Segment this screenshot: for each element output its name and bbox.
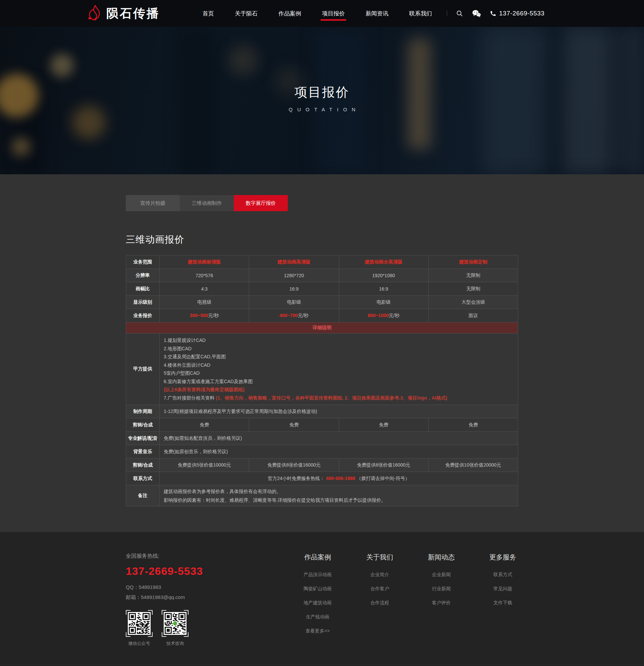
table-cell: 免费 — [249, 418, 339, 432]
page-subtitle: QUOTATION — [284, 107, 360, 112]
list-line-note: (1、销售方向，销售策略，宣传口号，各种平面宣传资料图纸. 2、项目效果图及画面… — [216, 395, 447, 401]
footer-link[interactable]: 合作客户 — [366, 586, 393, 592]
price-unit: 元/秒 — [389, 313, 400, 318]
row-label: 业务报价 — [126, 309, 160, 322]
nav-item[interactable]: 关于陨石 — [234, 6, 258, 21]
table-row: 剪辑/合成免费免费免费免费 — [126, 418, 518, 432]
footer-contact-block: 全国服务热线: 137-2669-5533 QQ：54891983 邮箱：548… — [126, 553, 241, 647]
site-header: 陨石传播 首页关于陨石作品案例项目报价新闻资讯联系我们 — [0, 0, 644, 27]
table-row: 显示级别电视级电影级电影级大型会演级 — [126, 296, 518, 309]
hotline-label: 全国服务热线: — [126, 553, 241, 560]
footer-link[interactable]: 企业简介 — [366, 572, 393, 578]
table-row: 详细说明 — [126, 322, 518, 333]
table-cell: 免费提供10张价值20000元 — [428, 458, 518, 472]
search-icon[interactable] — [456, 10, 463, 17]
table-cell: 4:3 — [160, 282, 249, 296]
section-title: 三维动画报价 — [126, 233, 518, 246]
table-cell: 建筑动画定制 — [428, 256, 518, 269]
list-line: 5室内户型图CAD — [164, 369, 514, 378]
list-line: 2.地形图CAD — [164, 345, 514, 353]
tab-2[interactable]: 三维动画制作 — [180, 195, 234, 211]
nav-item[interactable]: 新闻资讯 — [365, 6, 389, 21]
quote-tabs: 宣传片拍摄三维动画制作数字展厅报价 — [126, 195, 518, 211]
logo-text: 陨石传播 — [106, 5, 160, 22]
footer-column-title: 更多服务 — [489, 553, 516, 562]
row-label: 甲方提供 — [126, 333, 160, 405]
qr-row: 微信公众号技术咨询 — [126, 610, 241, 647]
list-line: 3.交通及周边配置CAD,平面图 — [164, 353, 514, 361]
nav-item[interactable]: 项目报价 — [321, 6, 345, 21]
logo[interactable]: 陨石传播 — [85, 4, 160, 22]
footer-column: 作品案例产品演示动画陶瓷矿山动画地产建筑动画生产线动画查看更多>> — [304, 553, 332, 647]
main-nav: 首页关于陨石作品案例项目报价新闻资讯联系我们 — [202, 6, 433, 21]
footer-link[interactable]: 查看更多>> — [304, 628, 332, 634]
page-title: 项目报价 — [294, 84, 350, 101]
footer-column: 关于我们企业简介合作客户合作流程 — [366, 553, 393, 647]
list-line: 7.广告对接部分相关资料 (1、销售方向，销售策略，宣传口号，各种平面宣传资料图… — [164, 394, 514, 402]
footer-link[interactable]: 联系方式 — [489, 572, 516, 578]
price-value: 600~1000 — [368, 313, 389, 318]
remark-line: 影响报价的因素有：时间长度、难易程序、清晰度等等,详细报价在提交给我方项目资料后… — [164, 496, 514, 505]
footer-link[interactable]: 地产建筑动画 — [304, 600, 332, 606]
remark-line: 建筑动画报价表为参考报价表，具体报价有会有浮动的。 — [164, 487, 514, 496]
qr-tech-support: 技术咨询 — [162, 610, 188, 647]
header-phone-number: 137-2669-5533 — [499, 10, 544, 17]
qr-label: 微信公众号 — [126, 641, 153, 647]
table-cell: 1-12周(根据项目难易程序及甲方要求可选正常周期与加急会涉及价格波动) — [160, 405, 518, 418]
footer-email: 邮箱：54891983@qq.com — [126, 594, 241, 601]
tab-1[interactable]: 宣传片拍摄 — [126, 195, 180, 211]
price-table-wrap: 业务范围建筑动画标清版建筑动画高清版建筑动画全高清版建筑动画定制分辨率720*5… — [126, 255, 518, 532]
row-label: 画幅比 — [126, 282, 160, 296]
footer-link[interactable]: 常见问题 — [489, 586, 516, 592]
footer-link[interactable]: 陶瓷矿山动画 — [304, 586, 332, 592]
footer-inner: 全国服务热线: 137-2669-5533 QQ：54891983 邮箱：548… — [126, 532, 518, 647]
table-cell: 400~700元/秒 — [249, 309, 339, 322]
row-label: 分辨率 — [126, 269, 160, 282]
nav-item[interactable]: 联系我们 — [409, 6, 433, 21]
phone-icon — [490, 10, 496, 17]
footer-link[interactable]: 企业新闻 — [428, 572, 455, 578]
footer-link[interactable]: 行业新闻 — [428, 586, 455, 592]
table-cell: 600~1000元/秒 — [339, 309, 428, 322]
table-cell: 无限制 — [428, 269, 518, 282]
row-label: 联系方式 — [126, 472, 160, 485]
row-label: 专业解说/配音 — [126, 432, 160, 445]
table-cell: 16:9 — [339, 282, 428, 296]
qr-wechat-public: 微信公众号 — [126, 610, 153, 647]
page: 陨石传播 首页关于陨石作品案例项目报价新闻资讯联系我们 — [0, 0, 644, 666]
site-footer: 全国服务热线: 137-2669-5533 QQ：54891983 邮箱：548… — [0, 532, 644, 666]
list-line: 1.规划景观设计CAD — [164, 336, 514, 345]
row-label: 背景音乐 — [126, 445, 160, 458]
remark-cell: 建筑动画报价表为参考报价表，具体报价有会有浮动的。影响报价的因素有：时间长度、难… — [160, 485, 518, 506]
table-cell: 免费提供5张价值10000元 — [160, 458, 249, 472]
footer-link[interactable]: 生产线动画 — [304, 614, 332, 620]
contact-suffix: （拨打请去掉中间-符号） — [357, 476, 410, 481]
detail-banner: 详细说明 — [126, 322, 518, 333]
footer-link-columns: 作品案例产品演示动画陶瓷矿山动画地产建筑动画生产线动画查看更多>>关于我们企业简… — [241, 553, 518, 647]
footer-link[interactable]: 产品演示动画 — [304, 572, 332, 578]
table-cell: 免费提供8张价值16000元 — [339, 458, 428, 472]
footer-column: 新闻动态企业新闻行业新闻客户评价 — [428, 553, 455, 647]
qr-frame — [126, 610, 153, 637]
row-label: 备注 — [126, 485, 160, 506]
table-cell: 面议 — [428, 309, 518, 322]
table-cell: 电影级 — [339, 296, 428, 309]
table-row: 剪辑/合成免费提供5张价值10000元免费提供8张价值16000元免费提供8张价… — [126, 458, 518, 472]
table-row: 制作周期1-12周(根据项目难易程序及甲方要求可选正常周期与加急会涉及价格波动) — [126, 405, 518, 418]
table-cell: 电视级 — [160, 296, 249, 309]
footer-link[interactable]: 合作流程 — [366, 600, 393, 606]
table-row: 背景音乐免费(如原创音乐，则价格另议) — [126, 445, 518, 458]
table-cell: 免费(如需知名配音演员，则价格另议) — [160, 432, 518, 445]
nav-item[interactable]: 首页 — [202, 6, 215, 21]
nav-divider — [447, 11, 447, 16]
nav-item[interactable]: 作品案例 — [278, 6, 302, 21]
row-label: 业务范围 — [126, 256, 160, 269]
footer-link[interactable]: 文件下载 — [489, 600, 516, 606]
wechat-icon[interactable] — [472, 10, 481, 17]
qr-frame — [162, 610, 188, 637]
copyright-bar: Copyright ©2021 广东省佛山市陨石文化传播有限公司 版权所有 粤I… — [0, 665, 644, 666]
footer-link[interactable]: 客户评价 — [428, 600, 455, 606]
table-row: 联系方式官方24小时免费服务热线：400-006-1988（拨打请去掉中间-符号… — [126, 472, 518, 485]
list-line: (以上6条所有资料须为最终定稿版图纸) — [164, 385, 514, 394]
tab-3[interactable]: 数字展厅报价 — [234, 195, 288, 211]
